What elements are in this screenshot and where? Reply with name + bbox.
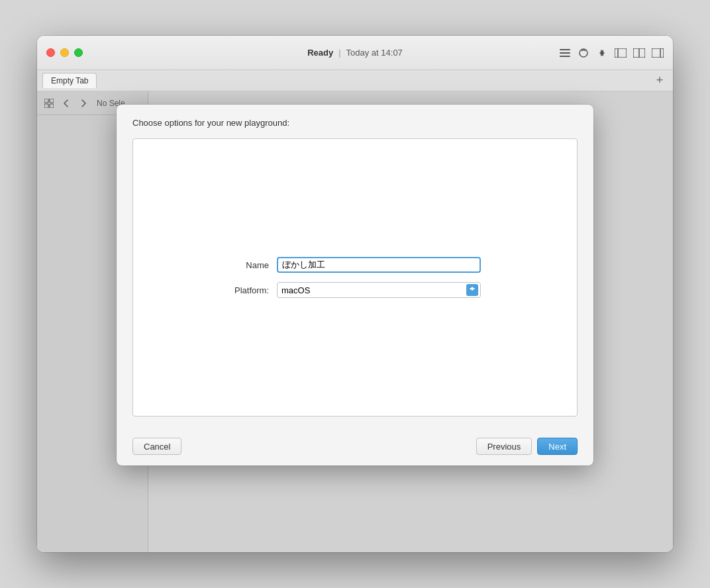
list-icon[interactable] xyxy=(559,47,571,59)
tabbar: Empty Tab + xyxy=(37,70,673,91)
close-button[interactable] xyxy=(46,48,55,57)
previous-button[interactable]: Previous xyxy=(476,438,532,455)
name-label: Name xyxy=(229,260,269,270)
traffic-lights xyxy=(37,48,83,57)
name-input[interactable] xyxy=(277,257,481,273)
titlebar-center: Ready | Today at 14:07 xyxy=(307,48,403,58)
empty-tab[interactable]: Empty Tab xyxy=(42,73,97,88)
back-forward-icon[interactable] xyxy=(596,47,608,59)
dialog-title: Choose options for your new playground: xyxy=(132,118,578,128)
dialog-footer: Cancel Previous Next xyxy=(117,430,593,466)
dialog-body: Choose options for your new playground: … xyxy=(117,105,593,430)
footer-right: Previous Next xyxy=(476,438,578,455)
status-text: Ready xyxy=(307,48,333,58)
inspector-icon[interactable] xyxy=(652,47,664,59)
titlebar-actions xyxy=(559,47,664,59)
dialog-overlay: Choose options for your new playground: … xyxy=(37,91,673,552)
maximize-button[interactable] xyxy=(74,48,83,57)
time-text: Today at 14:07 xyxy=(346,48,403,58)
dialog: Choose options for your new playground: … xyxy=(117,105,593,466)
platform-label: Platform: xyxy=(229,285,269,295)
svg-rect-4 xyxy=(615,48,627,58)
main-content: No Sele Choose options for your new play… xyxy=(37,91,673,552)
add-tab-button[interactable]: + xyxy=(653,74,666,87)
title-separator: | xyxy=(338,48,340,58)
svg-rect-2 xyxy=(560,56,570,57)
split-icon[interactable] xyxy=(633,47,645,59)
next-button[interactable]: Next xyxy=(537,438,578,455)
form-area: Name Platform: macOS iOS t xyxy=(229,257,481,298)
svg-rect-0 xyxy=(560,49,570,50)
platform-select[interactable]: macOS iOS tvOS xyxy=(277,282,481,298)
panel-icon[interactable] xyxy=(615,47,627,59)
dialog-content-area: Name Platform: macOS iOS t xyxy=(132,138,578,416)
titlebar: Ready | Today at 14:07 xyxy=(37,36,673,70)
platform-row: Platform: macOS iOS tvOS xyxy=(229,282,481,298)
cancel-button[interactable]: Cancel xyxy=(132,438,181,455)
svg-rect-8 xyxy=(652,48,664,58)
name-row: Name xyxy=(229,257,481,273)
main-window: Ready | Today at 14:07 xyxy=(37,36,673,552)
refresh-icon[interactable] xyxy=(578,47,589,59)
platform-select-wrapper: macOS iOS tvOS xyxy=(277,282,481,298)
minimize-button[interactable] xyxy=(60,48,69,57)
svg-rect-1 xyxy=(560,52,570,54)
